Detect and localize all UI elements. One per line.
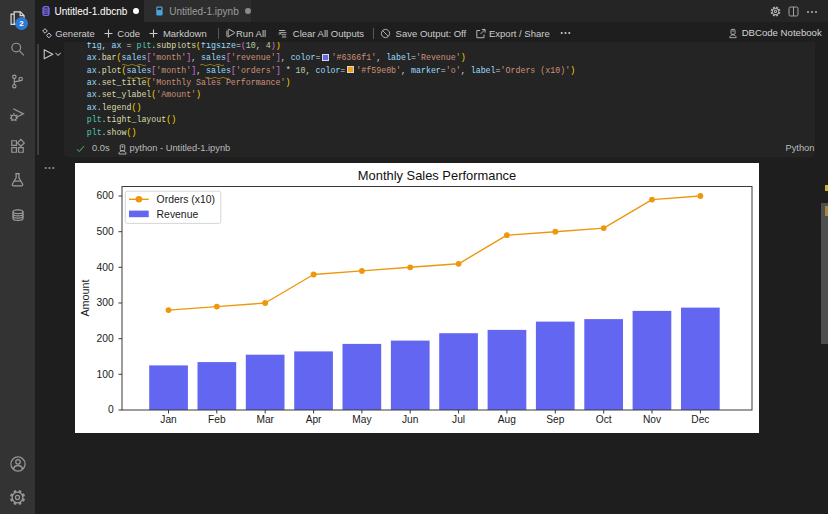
svg-text:300: 300 <box>97 297 114 308</box>
svg-text:Feb: Feb <box>208 414 226 425</box>
svg-text:500: 500 <box>97 226 114 237</box>
svg-text:100: 100 <box>97 369 114 380</box>
svg-text:400: 400 <box>97 262 114 273</box>
svg-text:Orders (x10): Orders (x10) <box>157 194 215 205</box>
svg-text:Nov: Nov <box>643 414 662 425</box>
svg-text:Mar: Mar <box>256 414 274 425</box>
svg-text:0: 0 <box>108 404 114 415</box>
svg-text:200: 200 <box>97 333 114 344</box>
svg-text:Jun: Jun <box>402 414 418 425</box>
svg-text:Apr: Apr <box>306 414 322 425</box>
svg-text:600: 600 <box>97 190 114 201</box>
svg-text:Monthly Sales Performance: Monthly Sales Performance <box>358 168 516 183</box>
svg-text:May: May <box>352 414 372 425</box>
svg-text:Jul: Jul <box>452 414 465 425</box>
svg-text:Amount: Amount <box>79 279 91 316</box>
svg-text:Dec: Dec <box>691 414 709 425</box>
svg-text:Sep: Sep <box>546 414 564 425</box>
svg-text:Revenue: Revenue <box>157 209 199 220</box>
svg-text:Oct: Oct <box>596 414 612 425</box>
svg-text:Jan: Jan <box>160 414 176 425</box>
svg-text:Aug: Aug <box>498 414 516 425</box>
